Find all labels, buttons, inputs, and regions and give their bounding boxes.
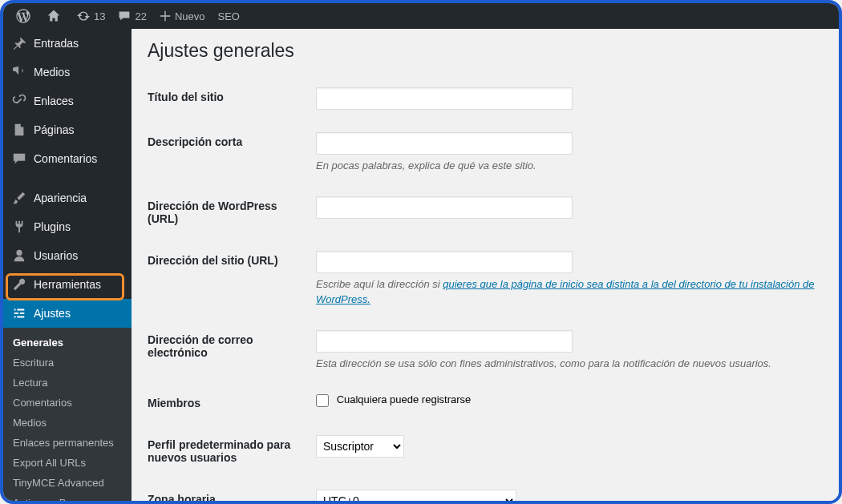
brush-icon bbox=[11, 190, 27, 206]
sidebar-item-label: Medios bbox=[34, 66, 70, 79]
updates-count: 13 bbox=[94, 10, 105, 22]
sidebar-item-label: Entradas bbox=[34, 37, 79, 50]
link-icon bbox=[11, 93, 27, 109]
sidebar-item-label: Ajustes bbox=[34, 307, 71, 320]
sidebar-item-comentarios[interactable]: Comentarios bbox=[3, 144, 132, 173]
user-icon bbox=[11, 248, 27, 264]
sidebar-item-enlaces[interactable]: Enlaces bbox=[3, 87, 132, 115]
wpurl-label: Dirección de WordPress (URL) bbox=[148, 185, 316, 240]
home-link[interactable] bbox=[41, 3, 71, 29]
seo-link[interactable]: SEO bbox=[212, 3, 246, 29]
wordpress-icon bbox=[16, 9, 30, 23]
page-title: Ajustes generales bbox=[148, 40, 823, 62]
comment-icon bbox=[11, 151, 27, 167]
comment-icon bbox=[118, 10, 131, 22]
home-icon bbox=[47, 10, 60, 22]
siteurl-input[interactable] bbox=[316, 251, 573, 273]
tagline-description: En pocas palabras, explica de qué va est… bbox=[316, 158, 815, 174]
role-select[interactable]: Suscriptor bbox=[316, 435, 404, 458]
media-icon bbox=[11, 64, 27, 80]
settings-submenu: GeneralesEscrituraLecturaComentariosMedi… bbox=[3, 328, 132, 501]
email-label: Dirección de correo electrónico bbox=[148, 319, 316, 383]
submenu-item-antispam-bee[interactable]: Antispam Bee bbox=[3, 493, 132, 501]
submenu-item-comentarios[interactable]: Comentarios bbox=[3, 393, 132, 413]
sidebar-item-label: Plugins bbox=[34, 220, 71, 233]
submenu-item-lectura[interactable]: Lectura bbox=[3, 373, 132, 393]
sidebar-item-label: Usuarios bbox=[34, 249, 78, 262]
sidebar-item-label: Comentarios bbox=[34, 152, 97, 165]
seo-label: SEO bbox=[218, 10, 240, 22]
members-checkbox-label[interactable]: Cualquiera puede registrarse bbox=[316, 393, 471, 405]
sidebar-item-label: Enlaces bbox=[34, 95, 74, 107]
wp-logo[interactable] bbox=[10, 3, 41, 29]
sidebar-item-usuarios[interactable]: Usuarios bbox=[3, 241, 132, 270]
submenu-item-escritura[interactable]: Escritura bbox=[3, 353, 132, 373]
members-label: Miembros bbox=[148, 382, 316, 424]
wpurl-input[interactable] bbox=[316, 196, 573, 219]
page-icon bbox=[11, 122, 27, 138]
sidebar-item-medios[interactable]: Medios bbox=[3, 58, 132, 87]
siteurl-description: Escribe aquí la dirección si quieres que… bbox=[316, 276, 815, 308]
submenu-item-generales[interactable]: Generales bbox=[3, 333, 132, 353]
siteurl-label: Dirección del sitio (URL) bbox=[148, 240, 316, 319]
members-checkbox[interactable] bbox=[316, 394, 329, 407]
pin-icon bbox=[11, 35, 27, 51]
submenu-item-export-all-urls[interactable]: Export All URLs bbox=[3, 453, 132, 473]
email-input[interactable] bbox=[316, 330, 573, 353]
sidebar-item-settings[interactable]: Ajustes bbox=[3, 299, 132, 328]
tz-select[interactable]: UTC+0 bbox=[316, 490, 516, 501]
new-link[interactable]: Nuevo bbox=[153, 3, 212, 29]
admin-sidebar: EntradasMediosEnlacesPáginasComentarios … bbox=[3, 29, 132, 501]
plus-icon bbox=[160, 10, 171, 22]
sidebar-item-herramientas[interactable]: Herramientas bbox=[3, 270, 132, 299]
sidebar-item-label: Páginas bbox=[34, 123, 75, 136]
sliders-icon bbox=[11, 305, 27, 321]
comments-count: 22 bbox=[135, 10, 146, 22]
site-title-input[interactable] bbox=[316, 87, 573, 110]
tz-label: Zona horaria bbox=[148, 478, 316, 501]
new-label: Nuevo bbox=[175, 10, 205, 22]
plug-icon bbox=[11, 219, 27, 235]
sidebar-item-label: Herramientas bbox=[34, 278, 101, 291]
email-description: Esta dirección se usa sólo con fines adm… bbox=[316, 356, 815, 372]
content-area: Ajustes generales Título del sitio Descr… bbox=[132, 29, 839, 501]
updates-link[interactable]: 13 bbox=[71, 3, 111, 29]
sidebar-item-label: Apariencia bbox=[34, 192, 87, 204]
sidebar-item-entradas[interactable]: Entradas bbox=[3, 29, 132, 58]
sidebar-item-apariencia[interactable]: Apariencia bbox=[3, 183, 132, 212]
comments-link[interactable]: 22 bbox=[111, 3, 152, 29]
menu-separator bbox=[3, 176, 132, 180]
role-label: Perfil predeterminado para nuevos usuari… bbox=[148, 424, 316, 478]
site-title-label: Título del sitio bbox=[148, 76, 316, 121]
submenu-item-medios[interactable]: Medios bbox=[3, 413, 132, 433]
settings-form: Título del sitio Descripción corta En po… bbox=[148, 76, 823, 501]
submenu-item-tinymce-advanced[interactable]: TinyMCE Advanced bbox=[3, 473, 132, 493]
tagline-input[interactable] bbox=[316, 132, 573, 155]
sidebar-item-plugins[interactable]: Plugins bbox=[3, 212, 132, 241]
tagline-label: Descripción corta bbox=[148, 121, 316, 185]
refresh-icon bbox=[77, 10, 90, 22]
sidebar-item-páginas[interactable]: Páginas bbox=[3, 115, 132, 144]
wrench-icon bbox=[11, 276, 27, 292]
admin-toolbar: 13 22 Nuevo SEO bbox=[3, 3, 839, 29]
submenu-item-enlaces-permanentes[interactable]: Enlaces permanentes bbox=[3, 433, 132, 453]
